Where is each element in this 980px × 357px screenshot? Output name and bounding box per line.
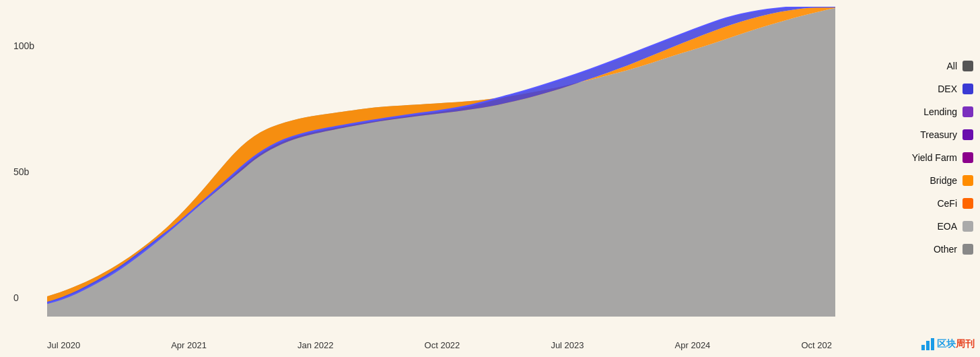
chart-container: 100b 50b 0 Jul 2020 Apr 2021 Jan 2022 Oc… <box>0 0 980 357</box>
legend-label-eoa: EOA <box>937 221 957 232</box>
y-label-0: 0 <box>13 292 34 303</box>
legend: All DEX Lending Treasury Yield Farm Brid… <box>912 61 973 255</box>
watermark-bar-3 <box>931 338 934 350</box>
y-label-100b: 100b <box>13 40 34 51</box>
watermark-text: 区块周刊 <box>937 338 975 350</box>
legend-item-eoa[interactable]: EOA <box>912 221 973 232</box>
x-label-3: Oct 2022 <box>425 340 460 350</box>
watermark-bar-1 <box>921 345 925 350</box>
watermark-bar-2 <box>926 341 930 350</box>
legend-item-cefi[interactable]: CeFi <box>912 198 973 209</box>
legend-dot-eoa <box>963 221 973 232</box>
watermark-bars-icon <box>921 338 934 350</box>
legend-item-other[interactable]: Other <box>912 244 973 255</box>
legend-item-all[interactable]: All <box>912 61 973 71</box>
legend-label-cefi: CeFi <box>937 198 957 209</box>
watermark: 区块周刊 <box>921 338 975 350</box>
chart-svg-area <box>47 7 835 330</box>
legend-label-treasury: Treasury <box>920 129 957 140</box>
legend-label-all: All <box>946 61 957 71</box>
x-label-5: Apr 2024 <box>675 340 711 350</box>
x-label-0: Jul 2020 <box>47 340 80 350</box>
x-label-1: Apr 2021 <box>171 340 207 350</box>
legend-dot-other <box>963 244 973 255</box>
x-label-6: Oct 202 <box>801 340 832 350</box>
y-axis: 100b 50b 0 <box>13 0 34 323</box>
legend-dot-yieldfarm <box>963 152 973 163</box>
legend-item-dex[interactable]: DEX <box>912 84 973 94</box>
legend-dot-all <box>963 61 973 71</box>
legend-label-yieldfarm: Yield Farm <box>912 152 957 163</box>
y-label-50b: 50b <box>13 166 34 177</box>
legend-item-yieldfarm[interactable]: Yield Farm <box>912 152 973 163</box>
legend-item-bridge[interactable]: Bridge <box>912 175 973 186</box>
legend-dot-treasury <box>963 129 973 140</box>
x-label-4: Jul 2023 <box>551 340 584 350</box>
legend-item-treasury[interactable]: Treasury <box>912 129 973 140</box>
legend-dot-cefi <box>963 198 973 209</box>
legend-dot-dex <box>963 84 973 94</box>
legend-label-dex: DEX <box>938 84 957 94</box>
legend-label-other: Other <box>934 244 957 255</box>
x-axis: Jul 2020 Apr 2021 Jan 2022 Oct 2022 Jul … <box>47 340 832 350</box>
legend-dot-lending <box>963 106 973 117</box>
legend-item-lending[interactable]: Lending <box>912 106 973 117</box>
legend-label-bridge: Bridge <box>930 175 957 186</box>
legend-label-lending: Lending <box>923 106 957 117</box>
x-label-2: Jan 2022 <box>298 340 334 350</box>
legend-dot-bridge <box>963 175 973 186</box>
